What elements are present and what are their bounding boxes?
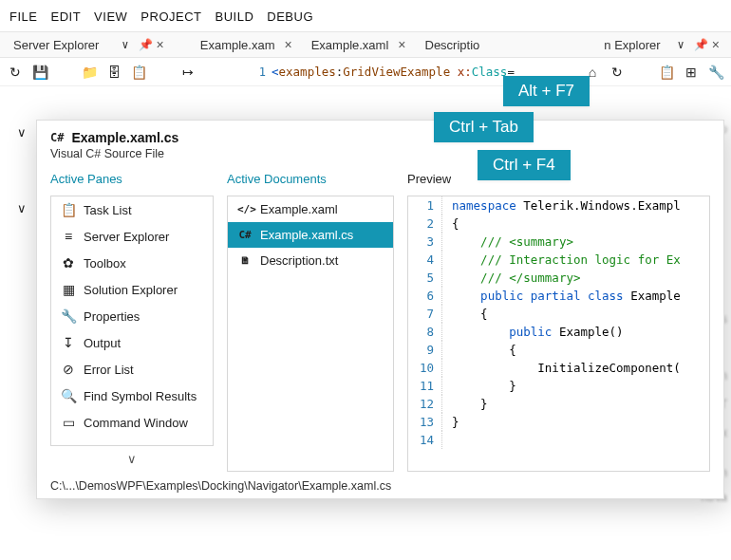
code-gutter: 1 <box>408 196 442 215</box>
close-icon[interactable]: × <box>280 37 295 52</box>
doc-tab[interactable]: Descriptio <box>418 38 488 52</box>
toolbar-icon[interactable]: 📁 <box>82 65 97 80</box>
navigator-status-path: C:\...\DemosWPF\Examples\Docking\Navigat… <box>50 472 710 493</box>
document-item-label: Example.xaml <box>260 202 338 216</box>
pane-item[interactable]: ✿Toolbox <box>51 250 213 276</box>
pane-item[interactable]: ▦Solution Explorer <box>51 276 213 303</box>
shortcut-badge-alt-f7: Alt + F7 <box>503 76 590 106</box>
code-gutter: 10 <box>408 359 442 377</box>
code-gutter: 4 <box>408 251 442 269</box>
code-line: 1namespace Telerik.Windows.Exampl <box>408 196 709 215</box>
menu-view[interactable]: VIEW <box>94 9 127 24</box>
pane-item-label: Task List <box>84 203 132 217</box>
pane-item-icon: ≡ <box>61 229 76 244</box>
tree-expand-icon[interactable]: ∨ <box>17 125 27 140</box>
code-text: namespace Telerik.Windows.Exampl <box>452 196 681 215</box>
pane-item[interactable]: ▭Command Window <box>51 409 213 436</box>
pane-item-label: Server Explorer <box>84 230 169 244</box>
code-text: { <box>452 341 516 359</box>
code-text: InitializeComponent( <box>452 359 681 377</box>
code-line: 8 public Example() <box>408 323 709 341</box>
pin-icon[interactable]: 📌 <box>694 38 708 51</box>
pane-item-label: Find Symbol Results <box>84 389 197 403</box>
pane-item-icon: ↧ <box>61 335 76 350</box>
code-line: 3 /// <summary> <box>408 233 709 251</box>
code-gutter: 7 <box>408 305 442 323</box>
chevron-down-icon[interactable]: ∨ <box>678 38 684 51</box>
code-line: 13} <box>408 413 709 431</box>
code-gutter: 2 <box>408 215 442 233</box>
doc-tab[interactable]: Example.xaml× <box>304 37 418 52</box>
close-icon[interactable]: × <box>394 37 409 52</box>
pane-item[interactable]: 🔍Find Symbol Results <box>51 383 213 409</box>
code-gutter: 6 <box>408 287 442 305</box>
code-gutter: 11 <box>408 377 442 395</box>
pane-item[interactable]: ⊘Error List <box>51 356 213 383</box>
code-line: 10 InitializeComponent( <box>408 359 709 377</box>
close-icon[interactable]: × <box>153 37 168 52</box>
document-item[interactable]: 🗎Description.txt <box>228 248 393 273</box>
toolbar-icon[interactable]: ⊞ <box>684 65 699 80</box>
pane-item-icon: 📋 <box>61 202 76 217</box>
chevron-down-icon[interactable]: ∨ <box>122 38 128 51</box>
code-gutter: 8 <box>408 323 442 341</box>
pane-item[interactable]: 🔧Properties <box>51 303 213 329</box>
toolbar-icon[interactable]: 💾 <box>32 65 47 80</box>
toolbar-icon <box>156 65 171 80</box>
doc-tab[interactable]: Example.xam× <box>193 37 304 52</box>
pane-item[interactable]: ↧Output <box>51 329 213 356</box>
menu-edit[interactable]: EDIT <box>50 9 81 24</box>
document-item[interactable]: C#Example.xaml.cs <box>228 222 393 248</box>
navigator-popup: C# Example.xaml.cs Visual C# Source File… <box>36 120 724 499</box>
menu-file[interactable]: FILE <box>9 9 37 24</box>
navigator-title: Example.xaml.cs <box>71 130 178 145</box>
code-angle: < <box>272 65 279 79</box>
close-icon[interactable]: × <box>708 37 723 52</box>
code-gutter: 12 <box>408 395 442 413</box>
toolbar-icon <box>634 65 649 80</box>
doc-tab-label: Example.xaml <box>311 38 389 52</box>
pane-item-icon: ⊘ <box>61 362 76 377</box>
menu-project[interactable]: PROJECT <box>141 9 201 24</box>
tree-expand-icon[interactable]: ∨ <box>17 201 27 215</box>
menu-debug[interactable]: DEBUG <box>267 9 313 24</box>
code-text: { <box>452 215 459 233</box>
code-line: 5 /// </summary> <box>408 269 709 287</box>
code-line: 6 public partial class Example <box>408 287 709 305</box>
code-text: public partial class Example <box>452 287 681 305</box>
expand-more-icon[interactable]: ∨ <box>50 446 214 472</box>
solution-explorer-panel-title[interactable]: n Explorer <box>598 38 665 52</box>
document-item[interactable]: </>Example.xaml <box>228 196 393 222</box>
code-line: 4 /// Interaction logic for Ex <box>408 251 709 269</box>
toolbar-icon[interactable]: ↻ <box>609 65 625 80</box>
toolbar-icon[interactable]: 🔧 <box>708 65 723 80</box>
server-explorer-panel-title[interactable]: Server Explorer <box>8 38 104 52</box>
code-text: } <box>452 395 488 413</box>
menu-build[interactable]: BUILD <box>216 9 254 24</box>
toolbar-icon[interactable]: 📋 <box>131 65 146 80</box>
toolbar-icon <box>57 65 72 80</box>
code-text: /// <summary> <box>452 233 573 251</box>
toolbar-icon[interactable]: ↦ <box>180 65 196 80</box>
toolbar-icon[interactable]: 📋 <box>659 65 674 80</box>
pane-item[interactable]: 📋Task List <box>51 196 213 223</box>
active-documents-header: Active Documents <box>227 172 394 186</box>
code-text: /// Interaction logic for Ex <box>452 251 681 269</box>
toolbar-icon[interactable]: 🗄 <box>106 65 122 80</box>
code-text: } <box>452 377 516 395</box>
pin-icon[interactable]: 📌 <box>139 38 153 51</box>
code-text: public Example() <box>452 323 624 341</box>
gutter-line-1: 1 <box>247 65 272 79</box>
code-gutter: 13 <box>408 413 442 431</box>
code-line: 2{ <box>408 215 709 233</box>
document-item-icon: </> <box>237 203 253 215</box>
pane-item-label: Output <box>84 336 121 350</box>
pane-item[interactable]: ≡Server Explorer <box>51 223 213 250</box>
toolbar-icon[interactable]: ↻ <box>8 65 23 80</box>
shortcut-badge-ctrl-f4: Ctrl + F4 <box>478 150 571 180</box>
file-language-tag: C# <box>50 131 64 144</box>
code-text: { <box>452 305 488 323</box>
pane-item-label: Command Window <box>84 416 188 430</box>
pane-item-icon: ✿ <box>61 255 76 271</box>
pane-item-icon: ▦ <box>61 282 76 297</box>
